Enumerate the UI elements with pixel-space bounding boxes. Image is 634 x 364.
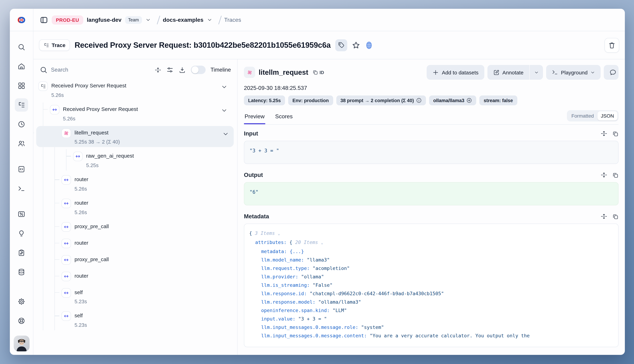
collapse-section-icon[interactable] [601, 213, 607, 220]
annotate-button[interactable]: Annotate [487, 65, 529, 80]
generation-icon [62, 128, 71, 138]
row-chevron-down-icon[interactable] [223, 131, 229, 137]
filter-sliders-icon[interactable] [166, 66, 174, 74]
copy-icon[interactable] [612, 130, 618, 137]
tree-row-proxy-pre-call[interactable]: proxy_pre_call [62, 220, 232, 234]
timeline-toggle[interactable] [191, 66, 205, 74]
json-key: metadata: [261, 248, 290, 254]
tree-row-label: litellm_request [75, 128, 120, 136]
input-section-header: Input [244, 130, 618, 137]
search-input[interactable] [51, 67, 93, 73]
tree-row-label: proxy_pre_call [75, 222, 109, 230]
tag-button[interactable] [335, 39, 347, 51]
json-line: llm.provider: "ollama" [247, 272, 615, 281]
row-chevron-down-icon[interactable] [221, 84, 227, 90]
tree-row-litellm-request[interactable]: litellm_request5.25s 38 → 2 (Σ 40) [36, 126, 234, 147]
sidebar-toggle-icon[interactable] [40, 16, 48, 24]
collapse-section-icon[interactable] [601, 130, 607, 137]
circle-plus-icon [467, 98, 472, 103]
json-item-count[interactable]: 3 Items ⌄ [255, 230, 280, 236]
sidebar-item-tracing[interactable] [15, 98, 28, 112]
tree-row-router[interactable]: router [62, 269, 232, 284]
sidebar-item-insights[interactable] [15, 227, 28, 240]
tree-row-duration: 5.23s [75, 322, 87, 328]
playground-button[interactable]: Playground [546, 65, 601, 80]
prompts-icon [18, 165, 25, 173]
tree-row-raw-gen-ai-request[interactable]: raw_gen_ai_request5.25s [73, 149, 232, 171]
observation-timestamp: 2025-09-30 18:48:25.537 [244, 85, 618, 91]
collapse-all-icon[interactable] [155, 66, 161, 73]
badge-38-prompt-2-completion-40-[interactable]: 38 prompt → 2 completion (Σ 40) [336, 96, 426, 105]
tab-scores[interactable]: Scores [275, 110, 293, 124]
project-chevron-down-icon[interactable] [207, 17, 212, 22]
format-toggle: FormattedJSON [567, 110, 618, 122]
copy-id-button[interactable]: ID [312, 70, 324, 75]
format-option-formatted[interactable]: Formatted [568, 111, 597, 120]
download-icon[interactable] [178, 66, 186, 74]
badge-label: ollama/llama3 [433, 98, 464, 103]
search-icon [18, 43, 25, 51]
comments-button[interactable] [604, 65, 618, 80]
observation-detail-panel: litellm_request ID Add to datasets [238, 59, 625, 355]
delete-trace-button[interactable] [604, 38, 619, 52]
tree-toolbar: Timeline [38, 64, 232, 79]
breadcrumb-org[interactable]: langfuse-dev [87, 17, 121, 23]
sidebar-item-support[interactable] [15, 314, 28, 328]
badge-stream-false[interactable]: stream: false [480, 96, 517, 105]
breadcrumb-separator [216, 15, 221, 24]
annotate-dropdown-button[interactable] [530, 65, 543, 80]
annotate-split-button: Annotate [487, 65, 543, 80]
trash-icon [608, 41, 616, 49]
json-brace: { [289, 240, 295, 245]
user-avatar[interactable] [14, 336, 29, 351]
sidebar-item-users[interactable] [15, 137, 28, 150]
badge-latency-5-25s[interactable]: Latency: 5.25s [244, 96, 285, 105]
tree-row-router[interactable]: router5.26s [62, 196, 232, 218]
json-line: llm.model_name: "llama3" [247, 256, 615, 264]
langfuse-logo-icon[interactable] [16, 14, 27, 25]
sidebar-item-evaluation[interactable] [15, 208, 28, 221]
sidebar-item-sessions[interactable] [15, 118, 28, 131]
sidebar-item-datasets[interactable] [15, 265, 28, 279]
sidebar-item-annotation[interactable] [15, 246, 28, 260]
sidebar-item-dashboards[interactable] [15, 79, 28, 92]
sidebar-item-search[interactable] [15, 40, 28, 54]
json-key: llm.is_streaming: [261, 282, 313, 288]
tree-row-received-proxy-server-request[interactable]: Received Proxy Server Request5.26s [38, 79, 232, 100]
tree-row-self[interactable]: self5.23s [62, 286, 232, 307]
pen-square-icon [493, 69, 500, 76]
tab-preview[interactable]: Preview [244, 110, 265, 124]
breadcrumb-project[interactable]: docs-examples [163, 17, 203, 23]
badge-env-production[interactable]: Env: production [288, 96, 333, 105]
org-chevron-down-icon[interactable] [145, 17, 151, 22]
json-item-count[interactable]: 20 Items ⌄ [295, 240, 323, 245]
sidebar-item-playground[interactable] [15, 182, 28, 195]
format-option-json[interactable]: JSON [597, 111, 617, 120]
json-line: llm.input_messages.0.message.role: "syst… [247, 323, 615, 331]
sidebar-item-prompts[interactable] [15, 162, 28, 176]
bookmark-star-button[interactable] [352, 41, 360, 49]
breadcrumb-page[interactable]: Traces [224, 17, 241, 23]
comment-bubble-icon [609, 69, 616, 76]
tree-row-duration: 5.26s [51, 92, 126, 98]
tree-row-duration: 5.26s [75, 186, 88, 192]
sidebar-item-home[interactable] [15, 60, 28, 73]
tree-row-label: router [75, 272, 88, 279]
generation-icon [246, 69, 253, 76]
sidebar-item-settings[interactable] [15, 295, 28, 308]
collapse-section-icon[interactable] [601, 172, 607, 178]
copy-icon[interactable] [612, 172, 618, 178]
playground-label: Playground [561, 69, 588, 75]
tree-row-router[interactable]: router [62, 236, 232, 250]
tree-row-self[interactable]: self5.23s [62, 309, 232, 330]
public-globe-icon[interactable] [365, 41, 373, 49]
badge-ollama-llama3[interactable]: ollama/llama3 [429, 96, 476, 105]
tabs: PreviewScores [244, 110, 302, 124]
add-to-datasets-button[interactable]: Add to datasets [427, 65, 484, 80]
tree-row-router[interactable]: router5.26s [62, 173, 232, 194]
top-header: PROD-EU langfuse-dev Team docs-examples … [33, 9, 625, 31]
copy-icon[interactable] [612, 213, 618, 220]
tree-row-proxy-pre-call[interactable]: proxy_pre_call [62, 252, 232, 267]
tree-row-received-proxy-server-request[interactable]: Received Proxy Server Request5.26s [50, 102, 232, 124]
row-chevron-down-icon[interactable] [221, 108, 227, 114]
